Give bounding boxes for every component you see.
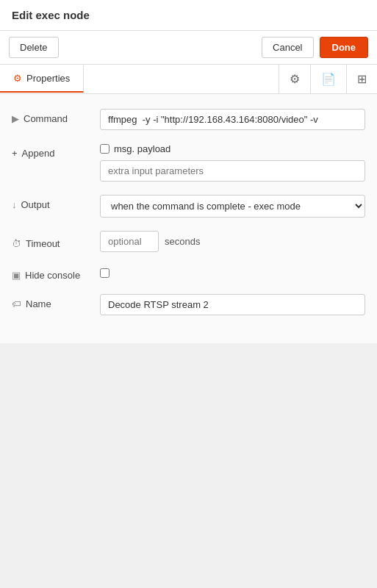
tab-grid-icon-btn[interactable]: ⊞ bbox=[346, 65, 377, 93]
append-inputs: msg. payload bbox=[100, 143, 365, 182]
timeout-label: ⏱ Timeout bbox=[12, 234, 100, 249]
append-checkbox-row: msg. payload bbox=[100, 143, 365, 154]
gear-icon: ⚙ bbox=[13, 73, 22, 84]
append-icon: + bbox=[12, 148, 18, 159]
done-button[interactable]: Done bbox=[320, 37, 369, 58]
name-label: 🏷 Name bbox=[12, 294, 100, 309]
page-title: Edit exec node bbox=[12, 9, 90, 21]
command-input[interactable] bbox=[100, 109, 365, 130]
command-label: ▶ Command bbox=[12, 109, 100, 124]
output-icon: ↓ bbox=[12, 199, 17, 210]
seconds-label: seconds bbox=[165, 236, 200, 247]
settings-icon: ⚙ bbox=[290, 73, 300, 85]
cancel-button[interactable]: Cancel bbox=[262, 37, 313, 58]
append-label: + Append bbox=[12, 143, 100, 159]
delete-button[interactable]: Delete bbox=[9, 37, 59, 58]
command-icon: ▶ bbox=[12, 113, 19, 124]
timeout-icon: ⏱ bbox=[12, 238, 21, 249]
name-icon: 🏷 bbox=[12, 298, 21, 309]
toolbar: Delete Cancel Done bbox=[0, 31, 377, 65]
tab-doc-icon-btn[interactable]: 📄 bbox=[310, 65, 346, 93]
tab-icons-right: ⚙ 📄 ⊞ bbox=[279, 65, 377, 93]
document-icon: 📄 bbox=[321, 73, 336, 85]
timeout-row: ⏱ Timeout seconds bbox=[12, 231, 365, 252]
append-checkbox[interactable] bbox=[100, 144, 109, 154]
toolbar-right: Cancel Done bbox=[262, 37, 368, 58]
tab-properties[interactable]: ⚙ Properties bbox=[0, 65, 84, 93]
hide-console-label: ▣ Hide console bbox=[12, 265, 100, 281]
hide-console-icon: ▣ bbox=[12, 270, 21, 281]
name-input[interactable] bbox=[100, 294, 365, 315]
extra-input[interactable] bbox=[100, 160, 365, 182]
name-row: 🏷 Name bbox=[12, 294, 365, 315]
grid-icon: ⊞ bbox=[357, 73, 367, 85]
append-row: + Append msg. payload bbox=[12, 143, 365, 182]
hide-console-checkbox[interactable] bbox=[100, 268, 109, 278]
tab-settings-icon-btn[interactable]: ⚙ bbox=[279, 65, 310, 93]
tabs-row: ⚙ Properties ⚙ 📄 ⊞ bbox=[0, 65, 377, 94]
timeout-inputs: seconds bbox=[100, 231, 200, 252]
output-row: ↓ Output when the command is complete - … bbox=[12, 195, 365, 218]
hide-console-row: ▣ Hide console bbox=[12, 265, 365, 281]
output-select[interactable]: when the command is complete - exec mode… bbox=[100, 195, 365, 218]
append-checkbox-label[interactable]: msg. payload bbox=[114, 143, 170, 154]
title-bar: Edit exec node bbox=[0, 0, 377, 31]
form-body: ▶ Command + Append msg. payload ↓ Output… bbox=[0, 94, 377, 343]
tab-properties-label: Properties bbox=[26, 73, 70, 84]
command-row: ▶ Command bbox=[12, 109, 365, 130]
timeout-input[interactable] bbox=[100, 231, 159, 252]
output-label: ↓ Output bbox=[12, 195, 100, 210]
